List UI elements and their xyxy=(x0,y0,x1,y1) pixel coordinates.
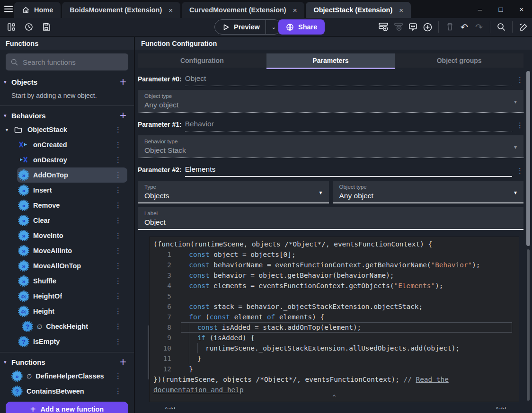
chevron-down-icon[interactable]: ▾ xyxy=(6,127,14,132)
panels-layout-icon[interactable] xyxy=(6,21,17,33)
add-subevent-icon[interactable] xyxy=(392,21,404,33)
save-icon[interactable] xyxy=(41,21,52,33)
object-type-dropdown[interactable]: Object typeAny object▾ xyxy=(138,90,523,113)
maximize-window-button[interactable]: □ xyxy=(490,0,511,18)
add-comment-icon[interactable] xyxy=(407,21,418,33)
kebab-menu-icon[interactable]: ⋮ xyxy=(112,262,124,270)
globe-icon xyxy=(286,23,294,31)
search-input[interactable] xyxy=(23,58,124,66)
sidebar-item-insert[interactable]: »Insert⋮ xyxy=(17,183,127,198)
tab-close-icon[interactable]: × xyxy=(168,6,173,14)
kebab-menu-icon[interactable]: ⋮ xyxy=(112,292,124,300)
main-scrollbar-thumb[interactable] xyxy=(526,71,530,246)
kebab-menu-icon[interactable]: ⋮ xyxy=(516,167,523,175)
indent-guide xyxy=(189,322,189,333)
kebab-menu-icon[interactable]: ⋮ xyxy=(112,156,124,164)
tab-boidsmovement-extension[interactable]: BoidsMovement (Extension)× xyxy=(62,2,180,18)
parameter-name-input[interactable]: Object xyxy=(185,74,512,86)
edit-code-icon[interactable] xyxy=(518,21,529,33)
delete-icon[interactable] xyxy=(444,21,455,33)
sidebar-item-ondestroy[interactable]: onDestroy⋮ xyxy=(17,152,127,167)
code-token: // xyxy=(404,376,416,383)
parameter-name-input[interactable]: Behavior xyxy=(185,120,512,132)
parameter-name-input[interactable]: Elements xyxy=(185,165,512,177)
sidebar-item-moveallinto[interactable]: »MoveAllInto⋮ xyxy=(17,243,127,258)
sidebar-item-moveallontop[interactable]: »MoveAllOnTop⋮ xyxy=(17,258,127,273)
close-window-button[interactable]: × xyxy=(511,0,532,18)
code-token: ); xyxy=(472,261,480,269)
kebab-menu-icon[interactable]: ⋮ xyxy=(112,171,124,179)
add-new-function-button[interactable]: +Add a new function xyxy=(6,402,128,413)
sidebar-item-clear[interactable]: »Clear⋮ xyxy=(17,213,127,228)
chevron-down-icon[interactable]: ▾ xyxy=(4,79,11,85)
kebab-menu-icon[interactable]: ⋮ xyxy=(112,125,124,134)
condition-function-icon: ? xyxy=(12,387,22,396)
kebab-menu-icon[interactable]: ⋮ xyxy=(112,387,124,395)
minimize-window-button[interactable]: – xyxy=(470,0,490,18)
hamburger-menu-icon[interactable] xyxy=(0,0,14,18)
field-label: Object type xyxy=(339,184,517,190)
kebab-menu-icon[interactable]: ⋮ xyxy=(112,277,124,285)
tab-objectstack-extension[interactable]: ObjectStack (Extension)× xyxy=(306,2,411,18)
tab-close-icon[interactable]: × xyxy=(293,6,297,14)
tab-object-groups[interactable]: Object groups xyxy=(395,53,523,68)
documentation-link[interactable]: documentation and help xyxy=(153,386,244,394)
undo-icon[interactable]: ↶ xyxy=(459,21,470,33)
add-objects-icon[interactable]: + xyxy=(120,76,129,88)
kebab-menu-icon[interactable]: ⋮ xyxy=(112,201,124,210)
sidebar-item-height[interactable]: f(x)Height⋮ xyxy=(17,304,127,319)
sidebar-item-remove[interactable]: »Remove⋮ xyxy=(17,198,127,213)
behavior-type-dropdown[interactable]: Behavior typeObject Stack▾ xyxy=(138,135,523,158)
type-dropdown[interactable]: TypeObjects▾ xyxy=(138,181,329,203)
javascript-code-editor[interactable]: (function(runtimeScene, objects /*Object… xyxy=(149,237,519,402)
title-bar: HomeBoidsMovement (Extension)×CurvedMove… xyxy=(0,0,532,18)
tab-curvedmovement-extension[interactable]: CurvedMovement (Extension)× xyxy=(182,2,304,18)
sidebar-item-checkheight[interactable]: ?∅CheckHeight⋮ xyxy=(21,319,127,334)
share-button[interactable]: Share xyxy=(278,19,325,35)
sidebar-item-addontop[interactable]: »AddOnTop⋮ xyxy=(17,167,127,183)
sidebar-item-shuffle[interactable]: »Shuffle⋮ xyxy=(17,273,127,289)
kebab-menu-icon[interactable]: ⋮ xyxy=(112,337,124,346)
kebab-menu-icon[interactable]: ⋮ xyxy=(112,186,124,194)
collapse-caret-icon[interactable]: ^ xyxy=(150,395,519,401)
tab-close-icon[interactable]: × xyxy=(399,6,403,14)
chevron-down-icon[interactable]: ▾ xyxy=(4,113,11,119)
section-header-functions[interactable]: ▾Functions+ xyxy=(0,355,134,369)
sidebar-item-heightof[interactable]: f(x)HeightOf⋮ xyxy=(17,289,127,304)
kebab-menu-icon[interactable]: ⋮ xyxy=(112,372,124,380)
add-functions-icon[interactable]: + xyxy=(120,356,129,368)
sidebar-item-objectstack[interactable]: ▾ObjectStack⋮ xyxy=(4,122,127,137)
object-type-dropdown[interactable]: Object typeAny object▾ xyxy=(333,181,524,203)
sidebar-item-moveinto[interactable]: »MoveInto⋮ xyxy=(17,228,127,243)
kebab-menu-icon[interactable]: ⋮ xyxy=(516,121,523,130)
tab-parameters[interactable]: Parameters xyxy=(266,53,395,68)
redo-icon[interactable]: ↷ xyxy=(473,21,485,33)
search-functions-box[interactable] xyxy=(6,53,128,70)
kebab-menu-icon[interactable]: ⋮ xyxy=(112,231,124,240)
kebab-menu-icon[interactable]: ⋮ xyxy=(516,76,523,84)
history-icon[interactable] xyxy=(23,21,35,33)
tab-home[interactable]: Home xyxy=(14,2,61,18)
add-behaviors-icon[interactable]: + xyxy=(120,110,129,121)
label-text-field[interactable]: LabelObject xyxy=(138,207,523,230)
sidebar-item-oncreated[interactable]: onCreated⋮ xyxy=(17,137,127,152)
kebab-menu-icon[interactable]: ⋮ xyxy=(112,216,124,225)
code-token: ); xyxy=(435,282,443,290)
kebab-menu-icon[interactable]: ⋮ xyxy=(112,141,124,149)
sidebar-item-containsbetween[interactable]: ?ContainsBetween⋮ xyxy=(10,384,127,399)
section-header-behaviors[interactable]: ▾Behaviors+ xyxy=(0,109,134,122)
kebab-menu-icon[interactable]: ⋮ xyxy=(112,246,124,255)
preview-button[interactable]: Preview xyxy=(215,23,266,31)
search-icon[interactable] xyxy=(496,21,507,33)
kebab-menu-icon[interactable]: ⋮ xyxy=(112,307,124,316)
tab-configuration[interactable]: Configuration xyxy=(138,53,266,68)
documentation-link[interactable]: Read the xyxy=(416,376,449,383)
add-event-icon[interactable] xyxy=(378,21,389,33)
kebab-menu-icon[interactable]: ⋮ xyxy=(112,322,124,331)
sidebar-item-definehelperclasses[interactable]: »∅DefineHelperClasses⋮ xyxy=(10,369,127,384)
chevron-down-icon[interactable]: ▾ xyxy=(4,359,11,365)
add-circle-icon[interactable] xyxy=(422,21,433,33)
section-header-objects[interactable]: ▾Objects+ xyxy=(0,75,134,88)
editor-scrollbar-thumb[interactable] xyxy=(527,249,530,401)
sidebar-item-isempty[interactable]: ?IsEmpty⋮ xyxy=(17,334,127,349)
